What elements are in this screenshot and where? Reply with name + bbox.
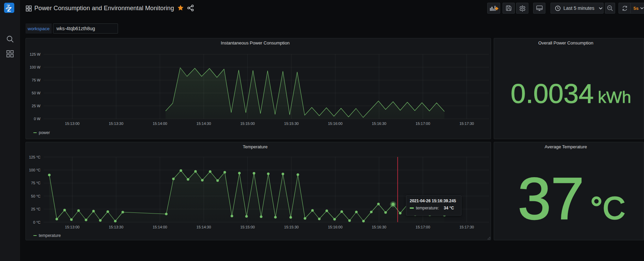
svg-text:25 °C: 25 °C [31, 207, 40, 211]
svg-text:15:17:30: 15:17:30 [459, 122, 474, 126]
svg-text:15:15:00: 15:15:00 [240, 122, 255, 126]
svg-text:15:15:30: 15:15:30 [284, 122, 299, 126]
svg-text:100 W: 100 W [30, 65, 40, 69]
svg-text:15:17:00: 15:17:00 [416, 225, 430, 229]
svg-text:15:13:30: 15:13:30 [109, 225, 123, 229]
svg-text:0 °C: 0 °C [33, 220, 40, 224]
svg-text:15:17:00: 15:17:00 [416, 122, 430, 126]
svg-text:15:13:00: 15:13:00 [65, 122, 80, 126]
svg-text:15:15:00: 15:15:00 [240, 225, 255, 229]
svg-text:15:16:00: 15:16:00 [328, 225, 342, 229]
svg-text:25 W: 25 W [32, 104, 40, 108]
svg-text:15:17:30: 15:17:30 [459, 225, 474, 229]
svg-text:75 W: 75 W [32, 78, 40, 82]
svg-text:0 W: 0 W [34, 117, 40, 121]
svg-text:125 W: 125 W [30, 52, 40, 56]
svg-text:125 °C: 125 °C [29, 155, 40, 159]
svg-text:15:16:30: 15:16:30 [372, 122, 386, 126]
svg-text:15:14:00: 15:14:00 [153, 225, 167, 229]
svg-text:15:14:30: 15:14:30 [197, 122, 211, 126]
svg-text:15:13:30: 15:13:30 [109, 122, 123, 126]
svg-text:15:16:00: 15:16:00 [328, 122, 342, 126]
svg-text:100 °C: 100 °C [29, 168, 40, 172]
svg-text:15:15:30: 15:15:30 [284, 225, 299, 229]
svg-text:15:16:30: 15:16:30 [372, 225, 386, 229]
svg-text:75 °C: 75 °C [31, 181, 40, 185]
svg-text:15:13:00: 15:13:00 [65, 225, 80, 229]
svg-text:15:14:00: 15:14:00 [153, 122, 167, 126]
svg-text:50 W: 50 W [32, 91, 40, 95]
svg-text:15:14:30: 15:14:30 [197, 225, 211, 229]
svg-text:Z: Z [7, 6, 12, 13]
svg-text:50 °C: 50 °C [31, 194, 40, 198]
